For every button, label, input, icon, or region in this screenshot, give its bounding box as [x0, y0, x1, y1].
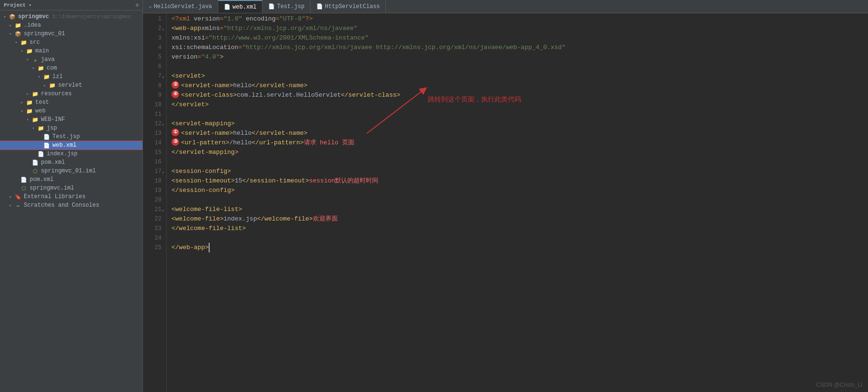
tree-label-pom_01: pom.xml: [41, 159, 65, 166]
tree-label-springmvc.iml: springmvc.iml: [30, 185, 74, 191]
sidebar-item-jsp[interactable]: ▾📁jsp: [0, 124, 142, 132]
line-num-4: 4: [143, 43, 161, 52]
sidebar-dropdown-icon[interactable]: ▾: [29, 2, 31, 8]
tree-arrow-com[interactable]: ▾: [30, 65, 36, 71]
line-num-19: 19: [143, 186, 161, 195]
tree-label-idea: .idea: [24, 22, 41, 29]
code-line-13: ① <servlet-name>hello</servlet-name>: [172, 129, 868, 138]
code-line-4: xsi:schemaLocation="http://xmlns.jcp.org…: [172, 43, 868, 52]
tree-label-resources: resources: [41, 90, 72, 97]
sidebar-item-external-libs[interactable]: ▸🔖External Libraries: [0, 192, 142, 201]
code-area[interactable]: <?xml version="1.0" encoding="UTF-8"?><w…: [167, 13, 868, 392]
line-num-23: 23: [143, 224, 161, 233]
sidebar-item-index.jsp[interactable]: 📄index.jsp: [0, 150, 142, 158]
tree-label-main: main: [35, 48, 49, 54]
code-line-15: </servlet-mapping>: [172, 148, 868, 157]
code-line-1: <?xml version="1.0" encoding="UTF-8"?>: [172, 14, 868, 24]
tab-Test.jsp[interactable]: 📄 Test.jsp: [262, 0, 311, 13]
tree-label-test: test: [35, 99, 49, 106]
editor: ☕ HelloServlet.java📄 web.xml📄 Test.jsp📄 …: [143, 0, 868, 392]
line-numbers: 12▾34567▾89101112▾1314151617▾18192021▾22…: [143, 13, 167, 392]
fold-icon-21[interactable]: ▾: [160, 206, 164, 211]
sidebar-item-WEB-INF[interactable]: ▾📁WEB-INF: [0, 115, 142, 124]
sidebar-header[interactable]: Project ▾ ⚙: [0, 0, 142, 10]
tree-arrow-springmvc_01[interactable]: ▾: [8, 31, 13, 37]
sidebar-item-idea[interactable]: ▸📁.idea: [0, 21, 142, 30]
tree-label-springmvc_01.iml: springmvc_01.iml: [41, 168, 96, 174]
sidebar-item-resources[interactable]: ▸📁resources: [0, 90, 142, 98]
line-num-16: 16: [143, 157, 161, 167]
tree-arrow-web[interactable]: ▾: [19, 108, 25, 114]
tree-arrow-resources[interactable]: ▸: [25, 91, 30, 97]
sidebar-item-web.xml[interactable]: 📄web.xml: [0, 141, 142, 150]
tree-label-com: com: [47, 65, 57, 71]
tree-arrow-servlet[interactable]: ▸: [42, 82, 48, 88]
line-num-25: 25: [143, 243, 161, 252]
code-line-6: [172, 62, 868, 71]
line-num-5: 5: [143, 52, 161, 62]
sidebar-item-springmvc-root[interactable]: ▾📦springmvc D:\IdeaProjects\springmvc: [0, 12, 142, 21]
tree-arrow-src[interactable]: ▾: [13, 40, 19, 45]
sidebar-item-lzl[interactable]: ▾📁lzl: [0, 72, 142, 81]
fold-icon-2[interactable]: ▾: [160, 25, 164, 30]
tree-arrow-idea[interactable]: ▸: [8, 22, 13, 28]
code-line-9: ④ <servlet-class>com.lzl.servlet.HelloSe…: [172, 90, 868, 100]
line-num-22: 22: [143, 214, 161, 224]
tree-label-external-libs: External Libraries: [24, 193, 86, 200]
sidebar-item-test[interactable]: ▸📁test: [0, 98, 142, 107]
sidebar-item-servlet[interactable]: ▸📁servlet: [0, 81, 142, 90]
code-line-25: </web-app>: [172, 243, 868, 252]
tree-arrow-WEB-INF[interactable]: ▾: [25, 117, 30, 122]
code-line-7: <servlet>: [172, 71, 868, 81]
sidebar-item-scratches[interactable]: ▸✏Scratches and Consoles: [0, 201, 142, 210]
tree-arrow-main[interactable]: ▾: [19, 48, 25, 54]
code-line-10: </servlet>: [172, 100, 868, 110]
sidebar-item-Test.jsp[interactable]: 📄Test.jsp: [0, 132, 142, 141]
tab-web.xml[interactable]: 📄 web.xml: [218, 0, 262, 13]
tree-label-Test.jsp: Test.jsp: [52, 133, 80, 140]
sidebar-item-main[interactable]: ▾📁main: [0, 47, 142, 55]
code-line-11: [172, 110, 868, 119]
sidebar: Project ▾ ⚙ ▾📦springmvc D:\IdeaProjects\…: [0, 0, 143, 392]
tree-arrow-scratches[interactable]: ▸: [8, 202, 13, 208]
tree-arrow-test[interactable]: ▸: [19, 100, 25, 105]
tree-label-lzl: lzl: [52, 73, 63, 80]
tab-HelloServlet.java[interactable]: ☕ HelloServlet.java: [143, 0, 218, 13]
editor-content: 12▾34567▾89101112▾1314151617▾18192021▾22…: [143, 13, 868, 392]
fold-icon-7[interactable]: ▾: [160, 73, 164, 78]
sidebar-item-pom_01[interactable]: 📄pom.xml: [0, 158, 142, 167]
sidebar-item-springmvc_01[interactable]: ▾📦springmvc_01: [0, 30, 142, 38]
tree-label-java: java: [41, 56, 55, 63]
sidebar-item-java[interactable]: ▾☕java: [0, 55, 142, 64]
tree-label-scratches: Scratches and Consoles: [24, 202, 99, 209]
tree-label-jsp: jsp: [47, 125, 57, 131]
fold-icon-12[interactable]: ▾: [160, 121, 164, 125]
sidebar-item-com[interactable]: ▾📁com: [0, 64, 142, 72]
tree-arrow-java[interactable]: ▾: [25, 57, 30, 62]
sidebar-item-springmvc_01.iml[interactable]: ⬡springmvc_01.iml: [0, 167, 142, 175]
tree-label-springmvc_01: springmvc_01: [24, 30, 65, 37]
code-line-18: <session-timeout>15</session-timeout> se…: [172, 176, 868, 186]
sidebar-item-src[interactable]: ▾📁src: [0, 38, 142, 47]
tree-arrow-external-libs[interactable]: ▸: [8, 194, 13, 200]
tab-HttpServletClass[interactable]: 📄 HttpServletClass: [311, 0, 386, 13]
line-num-17: 17▾: [143, 167, 161, 176]
tree-arrow-jsp[interactable]: ▾: [30, 125, 36, 131]
code-line-20: [172, 195, 868, 205]
sidebar-item-springmvc.iml[interactable]: ⬡springmvc.iml: [0, 184, 142, 192]
sidebar-item-pom[interactable]: 📄pom.xml: [0, 175, 142, 184]
code-line-17: <session-config>: [172, 167, 868, 176]
sidebar-item-web[interactable]: ▾📁web: [0, 107, 142, 115]
tree-label-pom: pom.xml: [30, 176, 53, 183]
line-num-9: 9: [143, 90, 161, 100]
sidebar-settings-icon[interactable]: ⚙: [135, 2, 139, 8]
tree-arrow-lzl[interactable]: ▾: [36, 74, 42, 80]
line-num-3: 3: [143, 33, 161, 43]
tree-arrow-springmvc-root[interactable]: ▾: [2, 14, 8, 20]
line-num-20: 20: [143, 195, 161, 205]
tree-label-src: src: [30, 39, 40, 46]
watermark: CSDN @Cristo_Li: [816, 382, 862, 388]
fold-icon-17[interactable]: ▾: [160, 168, 164, 173]
line-num-15: 15: [143, 148, 161, 157]
code-line-5: version="4.0">: [172, 52, 868, 62]
